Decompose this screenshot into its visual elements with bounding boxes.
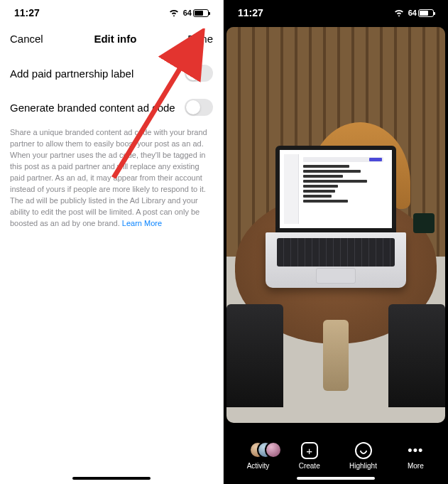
action-label: Highlight [349,462,377,470]
wifi-icon [393,7,405,18]
story-surface[interactable]: Your Story 1h [226,27,445,423]
nav-header: Cancel Edit info Done [0,26,223,56]
status-time: 11:27 [238,7,263,18]
adcode-toggle[interactable] [185,99,213,116]
setting-label: Add paid partnership label [10,68,133,80]
story-viewer-screen: 11:27 64 Your Story 1h [224,0,448,484]
learn-more-link[interactable]: Learn More [122,219,162,227]
action-label: Create [299,462,320,470]
cancel-button[interactable]: Cancel [10,33,43,45]
setting-adcode: Generate branded content ad code [0,90,223,124]
more-icon: ••• [408,442,423,459]
status-indicators: 64 [393,7,434,18]
create-button[interactable]: + Create [299,441,320,470]
highlight-icon [355,442,372,459]
laptop-graphic [266,146,405,288]
page-title: Edit info [94,33,136,45]
story-image [226,27,445,423]
battery-indicator: 64 [183,9,209,17]
paid-partnership-toggle[interactable] [185,65,213,82]
story-action-bar: Activity + Create Highlight ••• More [224,441,448,470]
more-button[interactable]: ••• More [406,441,425,470]
action-label: Activity [247,462,270,470]
highlight-button[interactable]: Highlight [349,441,377,470]
plus-icon: + [301,442,318,459]
home-indicator[interactable] [297,477,375,480]
status-bar: 11:27 64 [0,0,223,26]
setting-paid-partnership: Add paid partnership label [0,56,223,90]
battery-indicator: 64 [408,9,434,17]
activity-avatars-icon [249,441,268,460]
activity-button[interactable]: Activity [247,441,270,470]
edit-info-screen: 11:27 64 Cancel Edit info Done Add paid … [0,0,224,484]
status-bar: 11:27 64 [224,0,448,26]
status-time: 11:27 [14,7,40,18]
home-indicator[interactable] [72,477,151,480]
setting-label: Generate branded content ad code [10,102,175,114]
wifi-icon [168,7,180,18]
action-label: More [408,462,424,470]
done-button[interactable]: Done [187,33,213,45]
status-indicators: 64 [168,7,209,18]
setting-description: Share a unique branded content ad code w… [0,124,223,232]
